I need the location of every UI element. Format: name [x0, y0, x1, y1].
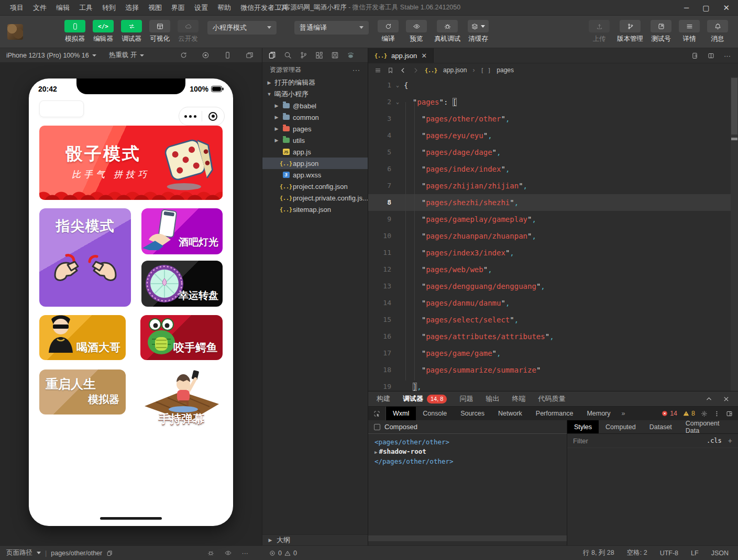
- page-path-label[interactable]: 页面路径: [6, 548, 32, 557]
- 真机调试-button[interactable]: 真机调试: [434, 20, 460, 43]
- devtools-tab-performance[interactable]: Performance: [529, 407, 580, 420]
- 可视化-button[interactable]: 可视化: [149, 20, 170, 43]
- devtools-tab-console[interactable]: Console: [416, 407, 454, 420]
- storage-icon[interactable]: [331, 51, 339, 59]
- tile-danmu[interactable]: 手持弹幕: [140, 363, 223, 431]
- explorer-item-app.wxss[interactable]: 3app.wxss: [262, 169, 368, 181]
- list-icon[interactable]: [374, 67, 381, 74]
- menu-item[interactable]: 项目: [5, 3, 28, 13]
- editor-scrollbar[interactable]: [731, 77, 738, 391]
- devtools-tab-sources[interactable]: Sources: [454, 407, 491, 420]
- more-icon[interactable]: ···: [353, 66, 360, 74]
- code-line-12[interactable]: 12 "pages/web/web",: [368, 261, 738, 278]
- styles-tab-component-data[interactable]: Component Data: [679, 420, 738, 433]
- open-preview-icon[interactable]: [691, 52, 698, 59]
- float-window-icon[interactable]: [246, 51, 254, 59]
- add-style-icon[interactable]: +: [728, 436, 732, 445]
- files-icon[interactable]: [268, 51, 276, 59]
- menu-item[interactable]: 文件: [28, 3, 51, 13]
- collapse-icon[interactable]: [706, 396, 712, 402]
- code-line-1[interactable]: 1⌄{: [368, 77, 738, 94]
- wxml-node[interactable]: <pages/other/other>: [374, 438, 560, 447]
- debugger-tab-问题[interactable]: 问题: [459, 394, 473, 404]
- inspect-element-icon[interactable]: [368, 407, 386, 420]
- breadcrumb-file[interactable]: app.json: [443, 66, 467, 74]
- devtools-tab-network[interactable]: Network: [491, 407, 529, 420]
- menu-item[interactable]: 设置: [190, 3, 213, 13]
- code-line-17[interactable]: 17 "pages/game/game",: [368, 345, 738, 362]
- eye-icon[interactable]: [225, 550, 232, 556]
- device-select[interactable]: iPhone 12/13 (Pro) 100% 16: [6, 52, 96, 59]
- 预览-button[interactable]: 预览: [406, 20, 427, 43]
- devtools-tab-wxml[interactable]: Wxml: [386, 407, 416, 420]
- code-line-6[interactable]: 6 "pages/index/index",: [368, 161, 738, 177]
- more-dots-icon[interactable]: [179, 115, 202, 118]
- code-line-16[interactable]: 16 "pages/attributes/attributes",: [368, 328, 738, 345]
- explorer-item-utils[interactable]: ▶utils: [262, 135, 368, 146]
- menu-item[interactable]: 视图: [144, 3, 167, 13]
- tile-chongqi[interactable]: 重启人生模拟器: [39, 369, 126, 415]
- explorer-item-project.private.config.js...[interactable]: {..}project.private.config.js...: [262, 192, 368, 204]
- tile-jiuba[interactable]: 酒吧灯光: [141, 208, 223, 254]
- cls-button[interactable]: .cls: [707, 437, 722, 444]
- explorer-item-app.json[interactable]: {..}app.json: [262, 158, 368, 169]
- debugger-tab-输出[interactable]: 输出: [486, 394, 499, 404]
- code-line-11[interactable]: 11 "pages/index3/index",: [368, 244, 738, 261]
- wxml-node[interactable]: ▶#shadow-root: [374, 447, 560, 457]
- code-line-2[interactable]: 2⌄ "pages": [: [368, 94, 738, 110]
- tile-zhijian[interactable]: 指尖模式: [39, 208, 131, 307]
- bookmark-icon[interactable]: [387, 67, 394, 74]
- rotate-icon[interactable]: [180, 51, 188, 59]
- gear-icon[interactable]: [701, 410, 708, 417]
- close-icon[interactable]: ✕: [421, 52, 427, 60]
- menu-item[interactable]: 选择: [120, 3, 144, 13]
- minimize-icon[interactable]: ─: [684, 4, 689, 12]
- 清缓存-button[interactable]: 清缓存: [468, 20, 489, 43]
- menu-item[interactable]: 工具: [74, 3, 97, 13]
- devtools-tab-memory[interactable]: Memory: [580, 407, 617, 420]
- styles-tab-styles[interactable]: Styles: [567, 420, 599, 433]
- explorer-item-app.js[interactable]: JSapp.js: [262, 146, 368, 158]
- device-icon[interactable]: [224, 51, 232, 59]
- problems-summary[interactable]: 0 0: [262, 550, 368, 557]
- styles-tab-computed[interactable]: Computed: [599, 420, 643, 433]
- compile-type-select[interactable]: 普通编译: [294, 21, 369, 35]
- code-line-19[interactable]: 19 ],: [368, 378, 738, 391]
- tile-dage[interactable]: 喝酒大哥: [39, 315, 126, 360]
- code-editor[interactable]: 1⌄{2⌄ "pages": [3 "pages/other/other",4 …: [368, 77, 738, 391]
- explorer-item-pages[interactable]: ▶pages: [262, 123, 368, 135]
- menu-item[interactable]: 界面: [167, 3, 190, 13]
- maximize-icon[interactable]: ▢: [702, 4, 709, 12]
- tile-zhuanpan[interactable]: 幸运转盘: [141, 261, 223, 307]
- composed-checkbox[interactable]: [374, 424, 380, 430]
- explorer-item-[interactable]: ▼喝酒小程序: [262, 88, 368, 100]
- page-path-value[interactable]: pages/other/other: [51, 550, 102, 557]
- back-icon[interactable]: [400, 67, 406, 74]
- 测试号-button[interactable]: 测试号: [651, 20, 671, 43]
- code-line-13[interactable]: 13 "pages/dengguang/dengguang",: [368, 278, 738, 295]
- dock-icon[interactable]: [726, 410, 733, 417]
- debugger-tab-代码质量[interactable]: 代码质量: [538, 394, 565, 404]
- warning-count[interactable]: 8: [683, 410, 695, 417]
- capsule-button[interactable]: [179, 107, 225, 126]
- menu-item[interactable]: 编辑: [51, 3, 74, 13]
- avatar[interactable]: [7, 24, 23, 40]
- styles-tab-dataset[interactable]: Dataset: [643, 420, 679, 433]
- status-item[interactable]: LF: [691, 550, 699, 557]
- close-target-icon[interactable]: [202, 112, 225, 121]
- 编辑器-button[interactable]: </>编辑器: [93, 20, 114, 43]
- 编译-button[interactable]: 编译: [378, 20, 399, 43]
- more-tabs-icon[interactable]: »: [618, 407, 630, 420]
- 消息-button[interactable]: 消息: [707, 20, 728, 43]
- search-icon[interactable]: [284, 51, 292, 59]
- forward-icon[interactable]: [412, 67, 419, 74]
- menu-item[interactable]: 转到: [97, 3, 120, 13]
- debugger-tab-调试器[interactable]: 调试器14, 8: [403, 394, 447, 404]
- filter-input[interactable]: Filter: [573, 437, 588, 445]
- status-item[interactable]: 行 8, 列 28: [583, 548, 614, 557]
- copy-icon[interactable]: [106, 550, 113, 556]
- code-line-3[interactable]: 3 "pages/other/other",: [368, 110, 738, 127]
- fold-icon[interactable]: ⌄: [391, 77, 404, 94]
- explorer-item-[interactable]: ▶打开的编辑器: [262, 77, 368, 88]
- branch-icon[interactable]: [300, 51, 307, 59]
